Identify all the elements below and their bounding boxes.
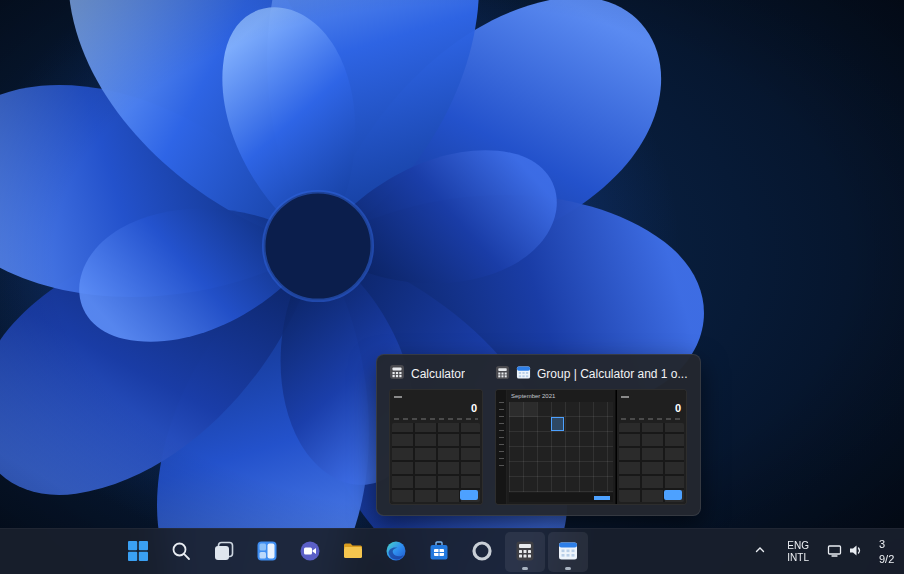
mini-calc-memory-row (394, 416, 478, 421)
edge-icon (385, 540, 407, 565)
calculator-taskbar-button[interactable] (505, 532, 545, 572)
clock-date: 9/2 (879, 552, 902, 567)
taskbar: ENG INTL 3 9/2 (0, 528, 904, 574)
folder-icon (342, 540, 364, 565)
widgets-icon (256, 540, 278, 565)
clock-time: 3 (879, 537, 902, 552)
system-tray: ENG INTL 3 9/2 (747, 529, 904, 574)
calendar-icon (557, 540, 579, 565)
app-circle-button[interactable] (462, 532, 502, 572)
mini-calendar-grid (509, 402, 613, 492)
video-chat-icon (299, 540, 321, 565)
preview-group-header: Group | Calculator and 1 o... (495, 365, 688, 383)
task-view-button[interactable] (204, 532, 244, 572)
calculator-icon (495, 365, 510, 384)
edge-button[interactable] (376, 532, 416, 572)
mini-calc-equals-button (460, 490, 478, 500)
network-icon (827, 543, 842, 561)
preview-calculator[interactable]: Calculator 0 (389, 365, 483, 505)
gray-ring-icon (471, 540, 493, 565)
file-explorer-button[interactable] (333, 532, 373, 572)
mini-calc-equals-button (664, 490, 682, 500)
clock[interactable]: 3 9/2 (876, 534, 902, 570)
language-line2: INTL (787, 552, 809, 564)
mini-calc-memory-row (621, 416, 682, 421)
start-button[interactable] (118, 532, 158, 572)
mini-calendar-header: September 2021 (507, 390, 615, 401)
preview-calculator-header: Calculator (389, 365, 483, 383)
preview-title: Calculator (411, 367, 465, 381)
windows-logo-icon (127, 540, 149, 565)
mini-calendar-month-view: September 2021 (507, 390, 615, 504)
mini-calculator: 0 (616, 390, 686, 504)
task-view-icon (213, 540, 235, 565)
calendar-icon (516, 365, 531, 384)
mini-calendar-prev-month-cells (509, 402, 537, 417)
calendar-taskbar-button[interactable] (548, 532, 588, 572)
preview-group[interactable]: Group | Calculator and 1 o... September … (495, 365, 688, 505)
search-button[interactable] (161, 532, 201, 572)
mini-calendar-footer (509, 493, 613, 502)
calculator-icon (514, 540, 536, 565)
mini-calendar-selected-day (551, 417, 564, 431)
chevron-up-icon (754, 544, 766, 559)
tray-chevron-button[interactable] (747, 536, 773, 568)
mini-calculator: 0 (390, 390, 482, 504)
language-indicator[interactable]: ENG INTL (782, 537, 814, 567)
volume-icon (848, 543, 863, 561)
group-thumbnail[interactable]: September 2021 0 (495, 389, 687, 505)
language-line1: ENG (787, 540, 809, 552)
taskbar-center-icons (118, 532, 588, 572)
mini-calc-menu-icon (394, 393, 478, 401)
chat-button[interactable] (290, 532, 330, 572)
preview-title: Group | Calculator and 1 o... (537, 367, 688, 381)
store-button[interactable] (419, 532, 459, 572)
mini-calc-keypad (392, 423, 480, 502)
shopping-bag-icon (428, 540, 450, 565)
mini-calendar-nav-rail (496, 390, 507, 504)
mini-calendar: September 2021 (496, 390, 616, 504)
taskbar-preview-flyout: Calculator 0 Group | Calculator and 1 o.… (376, 354, 701, 516)
system-tray-icons-button[interactable] (823, 537, 867, 567)
calculator-thumbnail[interactable]: 0 (389, 389, 483, 505)
calculator-icon (389, 364, 405, 384)
mini-calc-keypad (619, 423, 684, 502)
mini-calc-display: 0 (390, 401, 482, 416)
search-icon (170, 540, 192, 565)
mini-calc-display: 0 (617, 401, 686, 416)
widgets-button[interactable] (247, 532, 287, 572)
mini-calc-menu-icon (621, 393, 682, 401)
